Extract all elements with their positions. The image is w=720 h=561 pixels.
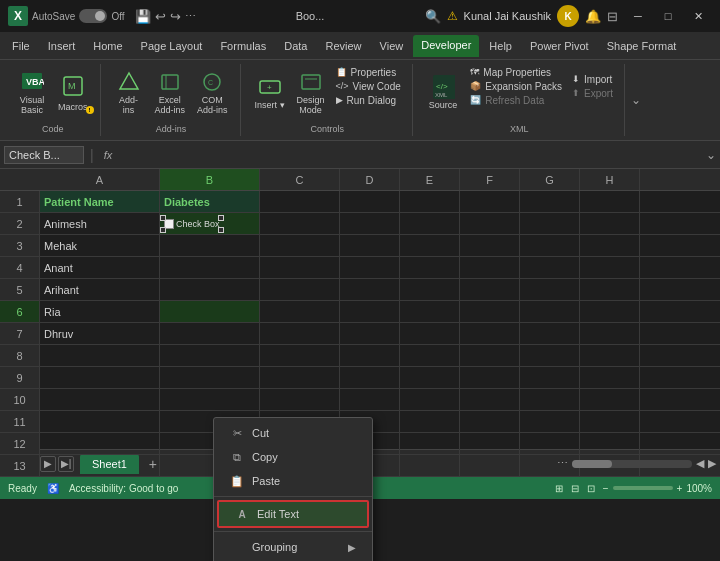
user-avatar[interactable]: K [557,5,579,27]
addins-button[interactable]: Add-ins [111,67,147,119]
cell-h1[interactable] [580,191,640,212]
cell-a6[interactable]: Ria [40,301,160,322]
cell-e1[interactable] [400,191,460,212]
row-num-2[interactable]: 2 [0,213,39,235]
cell-g10[interactable] [520,389,580,410]
cell-a1[interactable]: Patient Name [40,191,160,212]
cell-c6[interactable] [260,301,340,322]
cell-g8[interactable] [520,345,580,366]
row-num-8[interactable]: 8 [0,345,39,367]
cell-b3[interactable] [160,235,260,256]
cell-f5[interactable] [460,279,520,300]
cell-h7[interactable] [580,323,640,344]
cell-c8[interactable] [260,345,340,366]
cell-d2[interactable] [340,213,400,234]
cell-b4[interactable] [160,257,260,278]
name-box[interactable] [4,146,84,164]
context-menu-grouping[interactable]: Grouping ▶ [214,535,372,559]
visual-basic-button[interactable]: VBA VisualBasic [14,67,50,119]
cell-e9[interactable] [400,367,460,388]
cell-g11[interactable] [520,411,580,432]
macros-button[interactable]: M Macros ! [54,71,92,116]
cell-a7[interactable]: Dhruv [40,323,160,344]
excel-addins-button[interactable]: ExcelAdd-ins [151,67,190,119]
tab-file[interactable]: File [4,36,38,56]
cell-b5[interactable] [160,279,260,300]
cell-f1[interactable] [460,191,520,212]
cell-a2[interactable]: Animesh [40,213,160,234]
context-menu-cut[interactable]: ✂ Cut [214,421,372,445]
cell-e12[interactable] [400,433,460,454]
cell-c5[interactable] [260,279,340,300]
formula-expand-icon[interactable]: ⌄ [706,148,716,162]
row-num-10[interactable]: 10 [0,389,39,411]
cell-f4[interactable] [460,257,520,278]
cell-c9[interactable] [260,367,340,388]
context-menu-edit-text[interactable]: A Edit Text [217,500,369,528]
formula-input[interactable] [120,149,702,161]
row-num-5[interactable]: 5 [0,279,39,301]
row-num-11[interactable]: 11 [0,411,39,433]
cell-d6[interactable] [340,301,400,322]
cell-e5[interactable] [400,279,460,300]
cell-e6[interactable] [400,301,460,322]
cell-d8[interactable] [340,345,400,366]
cell-a10[interactable] [40,389,160,410]
cell-h3[interactable] [580,235,640,256]
cell-a3[interactable]: Mehak [40,235,160,256]
cell-g4[interactable] [520,257,580,278]
cell-d9[interactable] [340,367,400,388]
cell-f2[interactable] [460,213,520,234]
cell-h10[interactable] [580,389,640,410]
col-header-a[interactable]: A [40,169,160,190]
tab-power-pivot[interactable]: Power Pivot [522,36,597,56]
cell-f11[interactable] [460,411,520,432]
cell-a4[interactable]: Anant [40,257,160,278]
cell-e2[interactable] [400,213,460,234]
cell-h5[interactable] [580,279,640,300]
cell-g1[interactable] [520,191,580,212]
cell-b6[interactable] [160,301,260,322]
cell-c3[interactable] [260,235,340,256]
cell-e3[interactable] [400,235,460,256]
cell-c4[interactable] [260,257,340,278]
row-num-7[interactable]: 7 [0,323,39,345]
zoom-slider[interactable] [613,486,673,490]
cell-d5[interactable] [340,279,400,300]
source-button[interactable]: </>XML Source [423,72,464,114]
cell-a9[interactable] [40,367,160,388]
insert-control-button[interactable]: + Insert ▾ [251,72,289,114]
cell-e7[interactable] [400,323,460,344]
zoom-in-btn[interactable]: + [677,483,683,494]
cell-f13[interactable] [460,455,520,476]
row-num-4[interactable]: 4 [0,257,39,279]
resize-handle-tl[interactable] [160,215,166,221]
save-icon[interactable]: 💾 [135,9,151,24]
cell-g6[interactable] [520,301,580,322]
cell-e8[interactable] [400,345,460,366]
cell-a12[interactable] [40,433,160,454]
tab-data[interactable]: Data [276,36,315,56]
cell-g7[interactable] [520,323,580,344]
resize-handle-tr[interactable] [218,215,224,221]
col-header-f[interactable]: F [460,169,520,190]
ribbon-expand[interactable]: ⌄ [627,64,645,136]
maximize-button[interactable]: □ [654,5,682,27]
redo-icon[interactable]: ↪ [170,9,181,24]
cell-a5[interactable]: Arihant [40,279,160,300]
cell-e10[interactable] [400,389,460,410]
cell-e11[interactable] [400,411,460,432]
refresh-data-button[interactable]: 🔄 Refresh Data [467,94,565,107]
col-header-c[interactable]: C [260,169,340,190]
page-layout-icon[interactable]: ⊟ [571,483,579,494]
cell-h8[interactable] [580,345,640,366]
cell-f3[interactable] [460,235,520,256]
cell-h6[interactable] [580,301,640,322]
resize-handle-br[interactable] [218,227,224,233]
map-properties-button[interactable]: 🗺 Map Properties [467,66,565,79]
cell-b10[interactable] [160,389,260,410]
cell-d3[interactable] [340,235,400,256]
tab-help[interactable]: Help [481,36,520,56]
close-button[interactable]: ✕ [684,5,712,27]
cell-f9[interactable] [460,367,520,388]
